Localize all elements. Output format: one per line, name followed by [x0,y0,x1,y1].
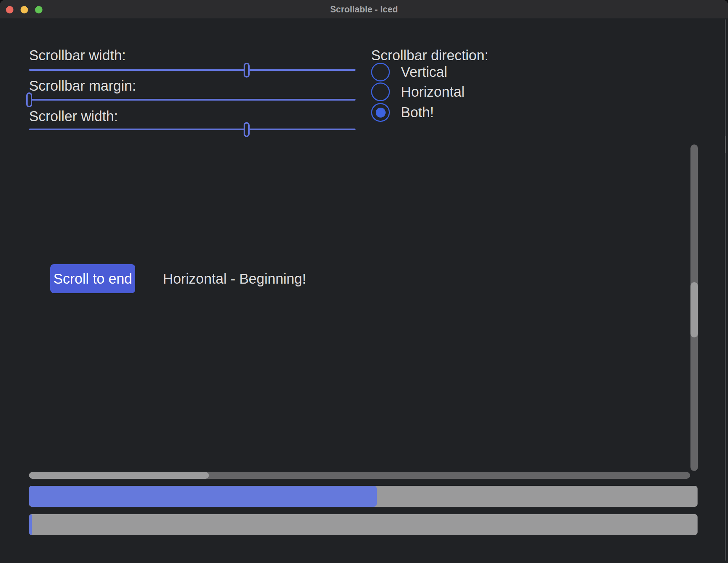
horizontal-scroller[interactable] [29,472,209,479]
scrollbar-width-slider-handle[interactable] [244,63,250,78]
scrollbar-direction-label: Scrollbar direction: [371,47,488,64]
scrollbar-width-label: Scrollbar width: [29,47,126,64]
scrollbar-margin-slider[interactable] [29,99,356,101]
radio-icon[interactable] [371,83,390,101]
vertical-progress-bar [29,486,698,507]
horizontal-progress-bar [29,514,698,535]
vertical-scroller[interactable] [690,282,698,337]
horizontal-progress-fill [29,514,32,535]
radio-option-label[interactable]: Vertical [401,63,447,80]
radio-icon[interactable] [371,103,390,122]
scroll-to-end-button[interactable]: Scroll to end [50,264,135,293]
outer-scrollbar-scroller[interactable] [725,136,726,153]
app-window: Scrollable - Iced Scrollbar width: Scrol… [0,0,728,563]
scroller-width-slider[interactable] [29,129,356,130]
horizontal-scrollbar[interactable] [29,472,690,479]
radio-dot-icon [376,108,386,118]
scroller-width-label: Scroller width: [29,108,118,125]
scroller-width-slider-handle[interactable] [244,122,250,137]
radio-option-label[interactable]: Both! [401,104,434,121]
scrollbar-margin-label: Scrollbar margin: [29,77,136,94]
scroll-status-text: Horizontal - Beginning! [163,270,306,287]
scrollbar-margin-slider-handle[interactable] [26,92,32,107]
vertical-scrollbar[interactable] [690,144,698,471]
vertical-progress-fill [29,486,377,507]
radio-icon[interactable] [371,63,390,81]
outer-scrollbar-track[interactable] [725,19,726,561]
radio-option-label[interactable]: Horizontal [401,83,465,100]
window-title: Scrollable - Iced [0,0,728,18]
scrollbar-width-slider[interactable] [29,69,356,71]
titlebar: Scrollable - Iced [0,0,728,18]
